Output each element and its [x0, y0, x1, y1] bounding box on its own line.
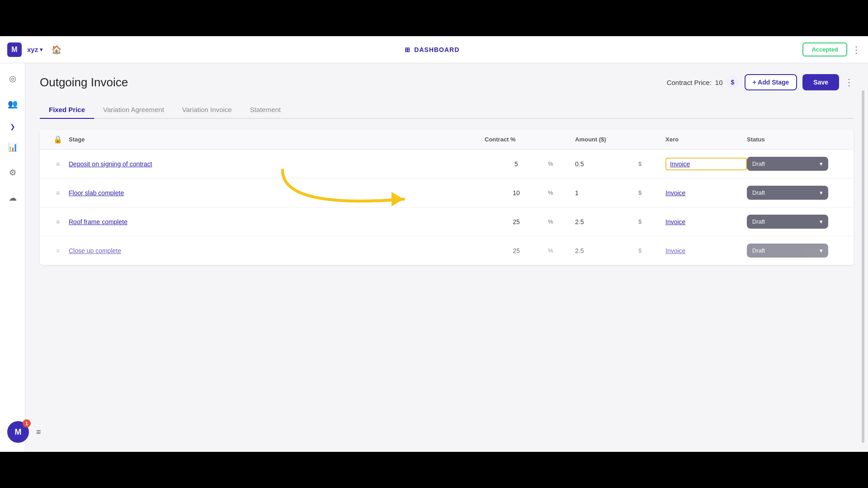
pct-symbol: % — [548, 247, 575, 254]
header-right: Contract Price: 10 $ + Add Stage Save ⋮ — [667, 74, 854, 90]
contract-pct-value: 5 — [485, 160, 548, 168]
invoice-table: 🔒 Stage Contract % Amount ($) Xero Statu… — [40, 130, 854, 265]
sidebar-item-cloud[interactable]: ☁ — [5, 190, 21, 206]
sidebar-expand-icon[interactable]: ❯ — [10, 123, 15, 130]
contract-pct-value: 25 — [485, 247, 548, 254]
navbar-right: Accepted ⋮ — [802, 42, 861, 56]
drag-handle-icon[interactable]: ≡ — [47, 189, 69, 197]
page-header: Outgoing Invoice Contract Price: 10 $ + … — [40, 74, 854, 90]
chevron-down-icon: ▾ — [820, 247, 823, 254]
table-row: ≡ Roof frame complete 25 % 2.5 $ Invoice… — [40, 207, 854, 236]
home-icon[interactable]: 🏠 — [52, 45, 61, 55]
save-button[interactable]: Save — [802, 74, 839, 90]
pct-symbol: % — [548, 160, 575, 167]
navbar-center: ⊞ DASHBOARD — [67, 46, 797, 53]
dashboard-label: DASHBOARD — [414, 46, 459, 53]
tab-statement[interactable]: Statement — [241, 101, 290, 118]
chevron-down-icon: ▾ — [820, 189, 823, 196]
navbar: M xyz ▾ 🏠 ⊞ DASHBOARD Accepted ⋮ — [0, 36, 868, 63]
amount-value: 2.5 — [575, 247, 638, 254]
drag-handle-icon[interactable]: ≡ — [47, 160, 69, 168]
lock-icon: 🔒 — [47, 135, 69, 144]
dollar-symbol: $ — [638, 160, 665, 167]
table-row: ≡ Deposit on signing of contract 5 % 0.5… — [40, 150, 854, 178]
xero-invoice-link[interactable]: Invoice — [665, 218, 747, 225]
amount-value: 1 — [575, 189, 638, 197]
stage-link[interactable]: Floor slab complete — [69, 189, 485, 197]
stage-link[interactable]: Deposit on signing of contract — [69, 160, 485, 168]
table-header: 🔒 Stage Contract % Amount ($) Xero Statu… — [40, 130, 854, 150]
status-dropdown-container: Draft ▾ — [747, 244, 846, 258]
main-content: Outgoing Invoice Contract Price: 10 $ + … — [25, 63, 868, 452]
dollar-symbol: $ — [638, 189, 665, 196]
currency-icon: $ — [726, 76, 739, 89]
more-options-button[interactable]: ⋮ — [844, 77, 854, 88]
sidebar: ◎ 👥 ❯ 📊 ⚙ ☁ — [0, 63, 25, 452]
page-title: Outgoing Invoice — [40, 75, 128, 89]
notification-badge: 1 — [23, 419, 31, 427]
company-selector[interactable]: xyz ▾ — [27, 46, 42, 53]
hamburger-icon[interactable]: ≡ — [36, 427, 41, 437]
accepted-button[interactable]: Accepted — [802, 42, 847, 56]
table-row: ≡ Close up complete 25 % 2.5 $ Invoice D… — [40, 236, 854, 265]
sidebar-item-people[interactable]: 👥 — [5, 96, 21, 112]
status-dropdown[interactable]: Draft ▾ — [747, 215, 828, 229]
col-xero: Xero — [665, 136, 747, 143]
pct-symbol: % — [548, 218, 575, 225]
sidebar-item-chart[interactable]: ◎ — [5, 70, 21, 87]
stage-link[interactable]: Close up complete — [69, 247, 485, 254]
contract-pct-value: 25 — [485, 218, 548, 225]
scrollbar[interactable] — [862, 90, 864, 443]
contract-price-label: Contract Price: — [667, 79, 712, 86]
navbar-more-button[interactable]: ⋮ — [852, 44, 861, 55]
avatar[interactable]: M 1 — [7, 421, 29, 443]
status-dropdown-container: Draft ▾ — [747, 215, 846, 229]
col-status: Status — [747, 136, 846, 143]
chevron-down-icon: ▾ — [820, 160, 823, 167]
status-dropdown[interactable]: Draft ▾ — [747, 186, 828, 200]
contract-pct-value: 10 — [485, 189, 548, 197]
drag-handle-icon[interactable]: ≡ — [47, 247, 69, 254]
body-layout: ◎ 👥 ❯ 📊 ⚙ ☁ Outgoing Invoice Contract Pr… — [0, 63, 868, 452]
stage-link[interactable]: Roof frame complete — [69, 218, 485, 225]
dollar-symbol: $ — [638, 218, 665, 225]
table-row: ≡ Floor slab complete 10 % 1 $ Invoice D… — [40, 178, 854, 207]
col-amount: Amount ($) — [575, 136, 638, 143]
chevron-down-icon: ▾ — [40, 47, 42, 53]
contract-price-value: 10 — [715, 79, 723, 86]
contract-price-section: Contract Price: 10 $ — [667, 76, 739, 89]
status-dropdown-container: Draft ▾ — [747, 157, 846, 171]
status-dropdown[interactable]: Draft ▾ — [747, 157, 828, 171]
bottom-avatar-area: M 1 ≡ — [7, 421, 41, 443]
tab-fixed-price[interactable]: Fixed Price — [40, 101, 94, 118]
dollar-symbol: $ — [638, 247, 665, 254]
xero-invoice-link[interactable]: Invoice — [665, 247, 747, 254]
amount-value: 2.5 — [575, 218, 638, 225]
add-stage-button[interactable]: + Add Stage — [745, 74, 797, 90]
xero-invoice-link-highlighted[interactable]: Invoice — [665, 158, 747, 170]
status-dropdown[interactable]: Draft ▾ — [747, 244, 828, 258]
company-name: xyz — [27, 46, 38, 53]
amount-value: 0.5 — [575, 160, 638, 168]
tab-variation-agreement[interactable]: Variation Agreement — [94, 101, 173, 118]
dashboard-nav[interactable]: ⊞ DASHBOARD — [405, 46, 459, 53]
pct-symbol: % — [548, 189, 575, 196]
col-contract-pct: Contract % — [485, 136, 548, 143]
sidebar-item-settings[interactable]: ⚙ — [5, 164, 21, 181]
xero-invoice-link[interactable]: Invoice — [665, 189, 747, 197]
drag-handle-icon[interactable]: ≡ — [47, 218, 69, 225]
status-dropdown-container: Draft ▾ — [747, 186, 846, 200]
tab-variation-invoice[interactable]: Variation Invoice — [173, 101, 241, 118]
chevron-down-icon: ▾ — [820, 218, 823, 225]
dashboard-grid-icon: ⊞ — [405, 46, 410, 53]
tabs: Fixed Price Variation Agreement Variatio… — [40, 101, 854, 119]
col-stage: Stage — [69, 136, 485, 143]
sidebar-item-graph[interactable]: 📊 — [5, 139, 21, 155]
logo: M — [7, 42, 22, 57]
